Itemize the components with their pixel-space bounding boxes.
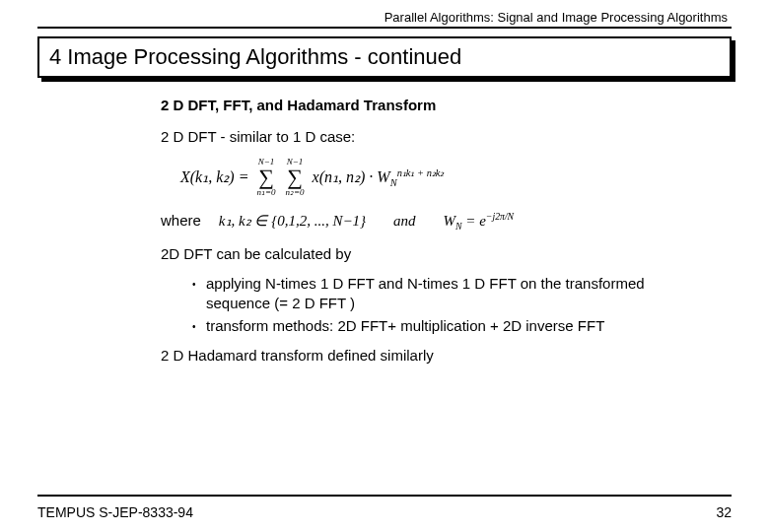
footer: TEMPUS S-JEP-8333-94 32 [37,504,732,520]
footer-rule [37,495,732,497]
where-set: k₁, k₂ ∈ {0,1,2, ..., N−1} [219,211,366,231]
where-and: and [393,211,416,231]
slide-title: 4 Image Processing Algorithms - continue… [37,36,732,78]
where-wn: WN = e−j2π/N [444,211,515,231]
sum-1: N−1 ∑ n₁=0 [256,158,275,197]
list-item: transform methods: 2D FFT+ multiplicatio… [192,316,653,336]
running-header: Parallel Algorithms: Signal and Image Pr… [37,10,732,27]
hadamard-line: 2 D Hadamard transform defined similarly [161,346,653,366]
header-rule [37,27,732,29]
list-item: applying N-times 1 D FFT and N-times 1 D… [192,274,653,314]
intro-line: 2 D DFT - similar to 1 D case: [161,127,653,147]
footer-left: TEMPUS S-JEP-8333-94 [37,504,193,520]
sum-2: N−1 ∑ n₂=0 [286,158,305,197]
where-label: where [161,211,201,231]
formula-lhs: X(k₁, k₂) = [180,166,248,188]
section-heading: 2 D DFT, FFT, and Hadamard Transform [161,96,653,115]
page-number: 32 [716,504,732,520]
title-box: 4 Image Processing Algorithms - continue… [37,36,732,78]
calc-intro: 2D DFT can be calculated by [161,244,653,264]
content-area: 2 D DFT, FFT, and Hadamard Transform 2 D… [37,96,732,366]
method-list: applying N-times 1 D FFT and N-times 1 D… [192,274,653,336]
dft-formula: X(k₁, k₂) = N−1 ∑ n₁=0 N−1 ∑ n₂=0 x(n₁, … [180,158,653,197]
where-clause: where k₁, k₂ ∈ {0,1,2, ..., N−1} and WN … [161,211,653,231]
formula-body: x(n₁, n₂) · WNn₁k₁ + n₂k₂ [313,166,445,188]
